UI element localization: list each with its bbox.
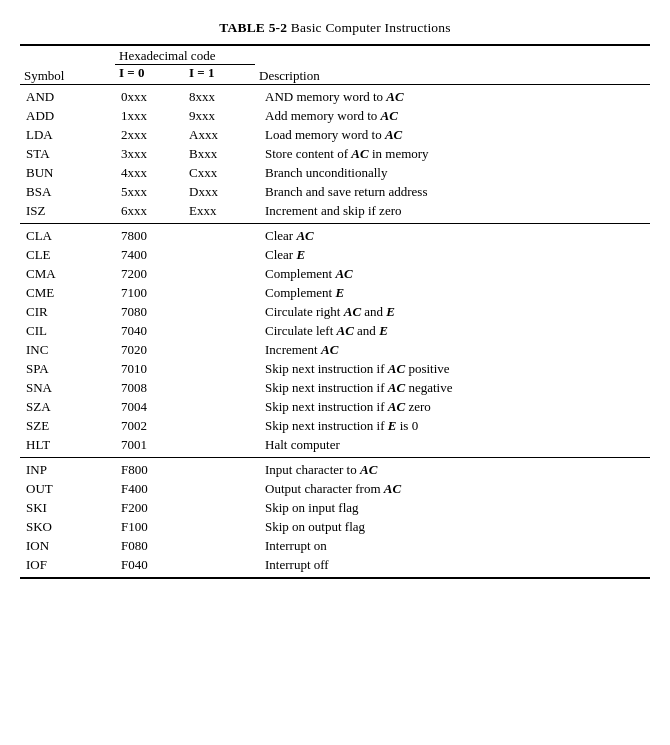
table-row: CME7100Complement E (20, 284, 650, 303)
i1-cell: 9xxx (185, 107, 255, 126)
symbol-cell: BSA (20, 183, 115, 202)
i0-cell: 7010 (115, 360, 255, 379)
symbol-cell: IOF (20, 556, 115, 579)
table-row: SNA7008Skip next instruction if AC negat… (20, 379, 650, 398)
i0-cell: F040 (115, 556, 255, 579)
table-row: LDA2xxxAxxxLoad memory word to AC (20, 126, 650, 145)
desc-cell: Increment AC (255, 341, 650, 360)
symbol-cell: CLE (20, 246, 115, 265)
title-bold: TABLE 5-2 (219, 20, 287, 35)
symbol-cell: HLT (20, 436, 115, 458)
i0-cell: 0xxx (115, 85, 185, 107)
i0-cell: 7040 (115, 322, 255, 341)
desc-cell: Skip next instruction if E is 0 (255, 417, 650, 436)
title-normal: Basic Computer Instructions (287, 20, 450, 35)
i0-cell: 7002 (115, 417, 255, 436)
table-row: CIR7080Circulate right AC and E (20, 303, 650, 322)
symbol-cell: LDA (20, 126, 115, 145)
desc-cell: Branch unconditionally (255, 164, 650, 183)
desc-cell: Skip next instruction if AC positive (255, 360, 650, 379)
desc-cell: Circulate left AC and E (255, 322, 650, 341)
table-container: TABLE 5-2 Basic Computer Instructions Sy… (20, 20, 650, 579)
desc-cell: Increment and skip if zero (255, 202, 650, 224)
table-row: ISZ6xxxExxxIncrement and skip if zero (20, 202, 650, 224)
desc-cell: Skip next instruction if AC negative (255, 379, 650, 398)
desc-cell: Branch and save return address (255, 183, 650, 202)
i0-cell: 4xxx (115, 164, 185, 183)
desc-cell: Complement AC (255, 265, 650, 284)
symbol-cell: ION (20, 537, 115, 556)
i0-cell: 7100 (115, 284, 255, 303)
symbol-cell: CMA (20, 265, 115, 284)
i1-cell: 8xxx (185, 85, 255, 107)
symbol-cell: INP (20, 458, 115, 480)
desc-cell: Interrupt on (255, 537, 650, 556)
desc-cell: Halt computer (255, 436, 650, 458)
table-title: TABLE 5-2 Basic Computer Instructions (20, 20, 650, 36)
i0-cell: F400 (115, 480, 255, 499)
desc-cell: Skip on input flag (255, 499, 650, 518)
description-header: Description (255, 45, 650, 85)
desc-cell: Interrupt off (255, 556, 650, 579)
table-row: HLT7001Halt computer (20, 436, 650, 458)
i1-cell: Axxx (185, 126, 255, 145)
symbol-cell: INC (20, 341, 115, 360)
symbol-header-spacer: Symbol (20, 45, 115, 85)
symbol-cell: OUT (20, 480, 115, 499)
desc-cell: Complement E (255, 284, 650, 303)
i0-cell: 7200 (115, 265, 255, 284)
table-row: CLA7800Clear AC (20, 224, 650, 246)
i1-cell: Exxx (185, 202, 255, 224)
desc-cell: Skip on output flag (255, 518, 650, 537)
i0-cell: 7400 (115, 246, 255, 265)
table-row: SPA7010Skip next instruction if AC posit… (20, 360, 650, 379)
table-row: CLE7400Clear E (20, 246, 650, 265)
symbol-cell: BUN (20, 164, 115, 183)
table-row: SKIF200Skip on input flag (20, 499, 650, 518)
i1-cell: Bxxx (185, 145, 255, 164)
i0-cell: 7020 (115, 341, 255, 360)
table-row: INC7020Increment AC (20, 341, 650, 360)
symbol-cell: ADD (20, 107, 115, 126)
i0-cell: F200 (115, 499, 255, 518)
i0-cell: 6xxx (115, 202, 185, 224)
i0-cell: 7001 (115, 436, 255, 458)
desc-cell: Input character to AC (255, 458, 650, 480)
i0-cell: 3xxx (115, 145, 185, 164)
table-row: BSA5xxxDxxxBranch and save return addres… (20, 183, 650, 202)
table-row: OUTF400Output character from AC (20, 480, 650, 499)
symbol-cell: STA (20, 145, 115, 164)
symbol-cell: SNA (20, 379, 115, 398)
i0-cell: 7800 (115, 224, 255, 246)
i0-cell: 5xxx (115, 183, 185, 202)
symbol-cell: SZE (20, 417, 115, 436)
desc-cell: Add memory word to AC (255, 107, 650, 126)
table-row: ADD1xxx9xxxAdd memory word to AC (20, 107, 650, 126)
i0-cell: 1xxx (115, 107, 185, 126)
symbol-cell: SKI (20, 499, 115, 518)
desc-cell: Clear E (255, 246, 650, 265)
desc-cell: Clear AC (255, 224, 650, 246)
table-row: AND0xxx8xxxAND memory word to AC (20, 85, 650, 107)
hexcode-group-header: Hexadecimal code (115, 45, 255, 65)
table-row: IONF080Interrupt on (20, 537, 650, 556)
main-table: Symbol Hexadecimal code Description I = … (20, 44, 650, 579)
symbol-cell: CME (20, 284, 115, 303)
i1-cell: Cxxx (185, 164, 255, 183)
symbol-cell: CIL (20, 322, 115, 341)
table-row: BUN4xxxCxxxBranch unconditionally (20, 164, 650, 183)
symbol-cell: SPA (20, 360, 115, 379)
symbol-cell: CLA (20, 224, 115, 246)
symbol-cell: AND (20, 85, 115, 107)
desc-cell: AND memory word to AC (255, 85, 650, 107)
table-row: IOFF040Interrupt off (20, 556, 650, 579)
table-row: INPF800Input character to AC (20, 458, 650, 480)
table-row: SZE7002Skip next instruction if E is 0 (20, 417, 650, 436)
desc-cell: Store content of AC in memory (255, 145, 650, 164)
table-row: CIL7040Circulate left AC and E (20, 322, 650, 341)
i0-cell: 7004 (115, 398, 255, 417)
desc-cell: Load memory word to AC (255, 126, 650, 145)
table-row: STA3xxxBxxxStore content of AC in memory (20, 145, 650, 164)
desc-cell: Skip next instruction if AC zero (255, 398, 650, 417)
i0-cell: 2xxx (115, 126, 185, 145)
